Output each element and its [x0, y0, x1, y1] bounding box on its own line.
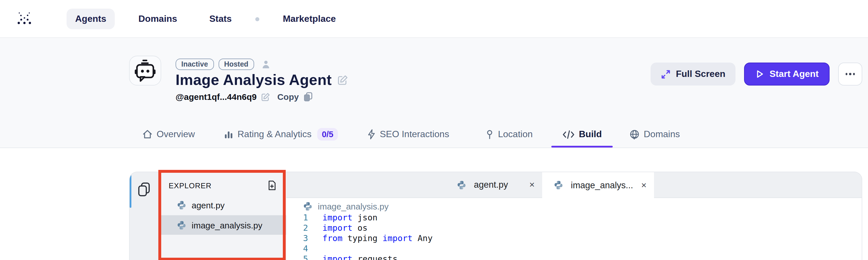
python-icon: [457, 180, 466, 190]
nav-item-domains[interactable]: Domains: [130, 9, 186, 29]
close-icon[interactable]: ×: [641, 181, 647, 190]
code-text: import os: [322, 223, 368, 232]
agent-address: @agent1qf...44n6q9: [176, 92, 257, 102]
hosting-badge: Hosted: [218, 59, 254, 70]
globe-icon: [629, 129, 640, 140]
agent-title: Image Analysis Agent: [176, 71, 332, 89]
active-view-indicator: [130, 175, 131, 208]
file-item-agent.py[interactable]: agent.py: [158, 195, 286, 215]
agent-tabbar: OverviewRating & Analytics0/5SEO Interac…: [0, 121, 868, 147]
files-icon[interactable]: [137, 182, 151, 197]
nav-item-agents[interactable]: Agents: [66, 9, 115, 29]
agent-avatar: [129, 56, 161, 86]
explorer-title: EXPLORER: [169, 181, 212, 190]
code-text: import json: [322, 213, 377, 222]
line-number: 3: [286, 233, 308, 242]
nav-item-marketplace[interactable]: Marketplace: [274, 9, 344, 29]
code-editor-panel: EXPLORER agent.pyimage_analysis.py agent…: [129, 172, 862, 260]
page: AgentsDomainsStatsMarketplace Inactive H…: [0, 0, 868, 260]
agentverse-logo-icon[interactable]: [17, 11, 32, 25]
code-line: 1import json: [286, 212, 862, 223]
explorer-header: EXPLORER: [158, 178, 286, 192]
python-icon: [177, 220, 186, 230]
bar-chart-icon: [224, 129, 234, 139]
python-icon: [303, 201, 313, 211]
code-text: from typing import Any: [322, 233, 433, 242]
top-nav: AgentsDomainsStatsMarketplace: [0, 0, 868, 38]
line-number: 1: [286, 213, 308, 222]
bolt-icon: [367, 129, 376, 140]
tab-domains[interactable]: Domains: [629, 121, 680, 147]
editor-tab-label: image_analys...: [571, 180, 633, 191]
badges-row: Inactive Hosted: [176, 59, 271, 70]
python-icon: [177, 200, 186, 210]
file-item-image_analysis.py[interactable]: image_analysis.py: [158, 215, 286, 235]
code-icon: [562, 129, 575, 139]
rating-count-badge: 0/5: [317, 128, 338, 141]
tab-label: Build: [579, 129, 602, 140]
active-tab-underline: [551, 145, 613, 147]
tab-label: Rating & Analytics: [238, 129, 311, 140]
owner-icon: [261, 59, 271, 69]
line-number: 4: [286, 243, 308, 253]
editor-tab-image_analys[interactable]: image_analys...×: [542, 172, 654, 198]
breadcrumb-label: image_analysis.py: [318, 201, 389, 211]
code-line: 3from typing import Any: [286, 233, 862, 243]
home-icon: [142, 129, 153, 140]
nav-divider-dot: [255, 17, 259, 21]
code-area[interactable]: image_analysis.py 1import json2import os…: [286, 198, 862, 260]
code-line: 5import requests: [286, 253, 862, 260]
tab-label: Overview: [157, 129, 195, 140]
file-label: image_analysis.py: [192, 220, 262, 230]
edit-title-icon[interactable]: [338, 75, 348, 86]
full-screen-label: Full Screen: [676, 69, 725, 79]
tab-label: SEO Interactions: [380, 129, 449, 140]
more-options-button[interactable]: [838, 63, 862, 86]
agent-header: Inactive Hosted Image Analysis Agent @ag…: [0, 38, 868, 148]
expand-icon: [661, 69, 671, 79]
robot-icon: [134, 59, 157, 82]
code-text: import requests: [322, 254, 398, 260]
header-actions: Full Screen Start Agent: [651, 63, 862, 86]
editor-tab-agentpy[interactable]: agent.py×: [445, 172, 542, 198]
tab-location[interactable]: Location: [485, 121, 533, 147]
editor-activity-bar: [130, 172, 158, 260]
tab-overview[interactable]: Overview: [142, 121, 195, 147]
new-file-icon[interactable]: [267, 180, 277, 191]
tab-rating-analytics[interactable]: Rating & Analytics0/5: [224, 121, 338, 147]
play-icon: [755, 69, 765, 79]
ellipsis-icon: [846, 73, 855, 75]
explorer-panel: EXPLORER agent.pyimage_analysis.py: [158, 172, 286, 260]
nav-item-stats[interactable]: Stats: [201, 9, 240, 29]
line-number: 5: [286, 254, 308, 260]
line-number: 2: [286, 223, 308, 232]
python-icon: [554, 180, 563, 190]
file-label: agent.py: [192, 200, 225, 210]
close-icon[interactable]: ×: [529, 180, 535, 190]
title-row: Image Analysis Agent: [176, 71, 348, 89]
tab-label: Location: [498, 129, 533, 140]
address-row: @agent1qf...44n6q9 Copy: [176, 92, 313, 102]
nav-menu: AgentsDomainsStatsMarketplace: [66, 0, 344, 38]
edit-address-icon[interactable]: [261, 92, 271, 101]
status-badge: Inactive: [176, 59, 214, 70]
tab-build[interactable]: Build: [551, 121, 613, 147]
start-agent-label: Start Agent: [770, 69, 819, 79]
copy-icon[interactable]: [304, 92, 313, 102]
editor-tab-label: agent.py: [474, 180, 508, 190]
tab-seo-interactions[interactable]: SEO Interactions: [367, 121, 449, 147]
copy-label[interactable]: Copy: [277, 92, 299, 102]
editor-tabstrip: agent.py×image_analys...×: [286, 172, 862, 198]
location-pin-icon: [485, 129, 494, 140]
code-line: 2import os: [286, 223, 862, 233]
full-screen-button[interactable]: Full Screen: [651, 63, 736, 86]
tab-label: Domains: [644, 129, 680, 140]
breadcrumb: image_analysis.py: [303, 201, 389, 211]
code-lines[interactable]: 1import json2import os3from typing impor…: [286, 212, 862, 260]
code-line: 4: [286, 243, 862, 253]
start-agent-button[interactable]: Start Agent: [744, 63, 830, 86]
